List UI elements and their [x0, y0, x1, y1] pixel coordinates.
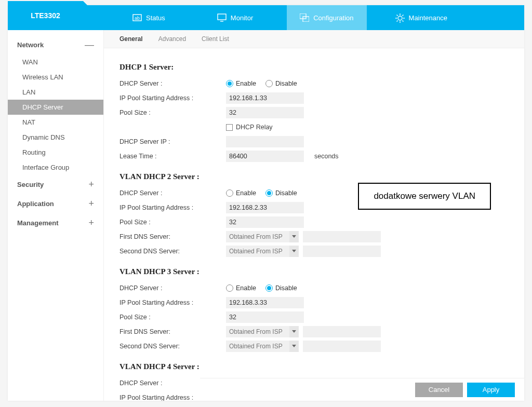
svg-line-13 — [396, 20, 397, 21]
input-pool-size-1[interactable]: 32 — [226, 107, 304, 118]
label-dhcp-server-ip: DHCP Server IP : — [119, 138, 226, 145]
sidebar-item-interface-group[interactable]: Interface Group — [8, 160, 103, 175]
input-ip-start-3[interactable]: 192.168.3.33 — [226, 297, 304, 308]
select-first-dns-2[interactable]: Obtained From ISP — [226, 231, 299, 242]
top-nav: LTE3302 ab Status Monitor Configuration — [8, 5, 524, 30]
subtab-general[interactable]: General — [119, 35, 143, 43]
sidebar-item-wan[interactable]: WAN — [8, 55, 103, 70]
sidebar-section-application[interactable]: Application + — [8, 194, 103, 213]
subtab-bar: General Advanced Client List — [104, 30, 524, 48]
nav-configuration-label: Configuration — [313, 14, 353, 22]
nav-status-label: Status — [146, 14, 165, 22]
svg-rect-2 — [218, 14, 226, 20]
expand-icon: + — [88, 198, 94, 209]
radio-disable-dhcp3[interactable]: Disable — [265, 284, 297, 292]
subtab-advanced[interactable]: Advanced — [158, 35, 186, 43]
nav-maintenance-label: Maintenance — [409, 14, 447, 22]
input-pool-size-3[interactable]: 32 — [226, 311, 304, 323]
device-name: LTE3302 — [31, 11, 60, 20]
sidebar-item-nat[interactable]: NAT — [8, 115, 103, 130]
select-second-dns-3[interactable]: Obtained From ISP — [226, 341, 299, 352]
apply-button[interactable]: Apply — [467, 383, 515, 397]
content-scroll[interactable]: DHCP 1 Server: DHCP Server : Enable Disa… — [104, 48, 524, 401]
section-title-vlan2: VLAN DHCP 2 Server : — [119, 172, 509, 181]
section-title-vlan3: VLAN DHCP 3 Server : — [119, 267, 509, 276]
label-ip-start: IP Pool Starting Address : — [119, 94, 226, 102]
nav-configuration[interactable]: Configuration — [287, 5, 366, 30]
select-first-dns-3[interactable]: Obtained From ISP — [226, 326, 299, 337]
cancel-button[interactable]: Cancel — [415, 383, 463, 397]
svg-point-6 — [398, 16, 402, 20]
svg-line-12 — [402, 20, 403, 21]
sidebar-section-label: Security — [17, 181, 44, 188]
sidebar-section-security[interactable]: Security + — [8, 175, 103, 194]
radio-disable-dhcp2[interactable]: Disable — [265, 189, 297, 197]
input-second-dns-3[interactable] — [303, 341, 381, 352]
sidebar-section-network[interactable]: Network — — [8, 35, 103, 55]
section-title-vlan4: VLAN DHCP 4 Server : — [119, 362, 509, 371]
svg-line-14 — [402, 15, 403, 16]
input-pool-size-2[interactable]: 32 — [226, 216, 304, 228]
input-ip-start-1[interactable]: 192.168.1.33 — [226, 92, 304, 104]
device-logo-tab: LTE3302 — [8, 1, 83, 30]
nav-monitor-label: Monitor — [231, 14, 253, 22]
configuration-icon — [300, 13, 309, 22]
radio-enable-dhcp3[interactable]: Enable — [226, 284, 256, 292]
sidebar-section-label: Application — [17, 200, 54, 208]
input-first-dns-3[interactable] — [303, 326, 381, 337]
label-lease-time: Lease Time : — [119, 153, 226, 160]
select-second-dns-2[interactable]: Obtained From ISP — [226, 246, 299, 257]
sidebar-item-dynamic-dns[interactable]: Dynamic DNS — [8, 130, 103, 145]
subtab-client-list[interactable]: Client List — [202, 35, 229, 43]
input-second-dns-2[interactable] — [303, 246, 381, 257]
collapse-icon: — — [85, 39, 94, 50]
section-title-dhcp1: DHCP 1 Server: — [119, 63, 509, 72]
footer-button-bar: Cancel Apply — [200, 378, 524, 401]
monitor-icon — [217, 13, 227, 22]
sidebar-item-dhcp-server[interactable]: DHCP Server — [8, 100, 103, 115]
sidebar-section-label: Network — [17, 41, 44, 49]
svg-text:ab: ab — [135, 16, 140, 21]
sidebar-item-lan[interactable]: LAN — [8, 85, 103, 100]
status-icon: ab — [132, 13, 142, 22]
label-pool-size: Pool Size : — [119, 109, 226, 116]
nav-monitor[interactable]: Monitor — [204, 5, 266, 30]
radio-enable-dhcp2[interactable]: Enable — [226, 189, 256, 197]
radio-disable-dhcp1[interactable]: Disable — [265, 80, 297, 87]
input-first-dns-2[interactable] — [303, 231, 381, 242]
sidebar-item-routing[interactable]: Routing — [8, 145, 103, 160]
svg-line-11 — [396, 15, 397, 16]
sidebar-section-management[interactable]: Management + — [8, 213, 103, 233]
label-dhcp-server: DHCP Server : — [119, 80, 226, 87]
input-lease-time[interactable]: 86400 — [226, 151, 304, 162]
expand-icon: + — [88, 218, 94, 228]
gear-icon — [395, 13, 405, 22]
annotation-box: dodatkowe serwery VLAN — [358, 183, 491, 210]
input-dhcp-server-ip[interactable] — [226, 136, 304, 147]
sidebar-section-label: Management — [17, 219, 58, 227]
checkbox-dhcp-relay[interactable]: DHCP Relay — [226, 124, 273, 131]
expand-icon: + — [88, 179, 94, 190]
sidebar: Network — WAN Wireless LAN LAN DHCP Serv… — [8, 30, 104, 401]
input-ip-start-2[interactable]: 192.168.2.33 — [226, 202, 304, 213]
sidebar-item-wireless-lan[interactable]: Wireless LAN — [8, 70, 103, 85]
unit-seconds: seconds — [314, 153, 339, 160]
nav-maintenance[interactable]: Maintenance — [382, 5, 460, 30]
radio-enable-dhcp1[interactable]: Enable — [226, 80, 256, 87]
nav-status[interactable]: ab Status — [119, 5, 178, 30]
